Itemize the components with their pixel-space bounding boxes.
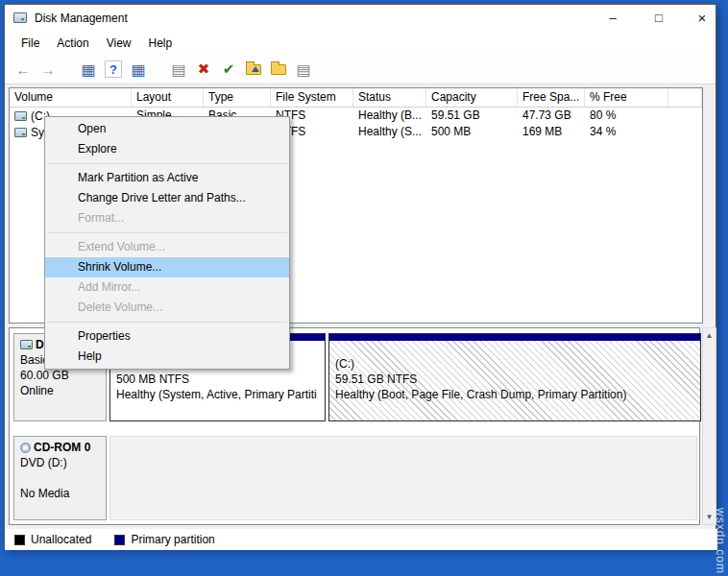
menu-item-add-mirror: Add Mirror... [45,277,289,298]
delete-volume-icon[interactable]: ✖ [193,59,214,80]
menu-item-extend-volume: Extend Volume... [45,237,289,257]
partition-c-drive[interactable]: (C:) 59.51 GB NTFS Healthy (Boot, Page F… [328,333,701,421]
close-button[interactable]: × [689,5,716,32]
cell-percent-free: 34 % [585,124,668,140]
menu-action[interactable]: Action [48,32,97,55]
cell-free-space: 169 MB [518,124,585,140]
menu-item-shrink-volume[interactable]: Shrink Volume... [45,257,289,277]
explore-folder-icon [271,64,286,75]
help-icon: ? [105,60,122,78]
partition-status: Healthy (System, Active, Primary Partiti [116,388,323,401]
column-header-status[interactable]: Status [353,88,426,107]
menu-item-format: Format... [45,208,289,228]
forward-icon[interactable]: → [37,59,59,80]
maximize-button[interactable]: □ [645,5,672,32]
menu-file[interactable]: File [12,32,48,55]
help-button[interactable]: ? [103,59,124,80]
watermark: wsxdn.com [714,508,727,574]
cdrom-label-box[interactable]: CD-ROM 0 DVD (D:) No Media [13,436,107,520]
action-menu-icon[interactable]: ▤ [168,59,189,80]
cdrom-media-area[interactable] [109,436,697,520]
partition-label: (C:) [335,357,698,371]
mark-active-icon[interactable]: ✔ [218,59,239,80]
cell-status: Healthy (S... [353,124,426,140]
toolbar: ← → ▦ ? ▦ ▤ ✖ ✔ ▤ [5,55,716,84]
legend-label: Unallocated [31,533,91,546]
disk-icon [20,340,33,349]
menu-item-change-drive-letter[interactable]: Change Drive Letter and Paths... [45,188,289,208]
partition-status: Healthy (Boot, Page File, Crash Dump, Pr… [335,388,698,401]
menu-separator [47,163,287,164]
cell-free-space: 47.73 GB [518,108,585,124]
scroll-up-icon[interactable]: ▲ [703,328,716,343]
menu-help[interactable]: Help [140,32,182,55]
disk-management-app-icon [13,12,27,23]
menu-bar: File Action View Help [5,32,716,55]
partition-size: 500 MB NTFS [116,372,323,386]
column-header-type[interactable]: Type [204,88,271,107]
legend-bar: Unallocated Primary partition [5,529,717,550]
volume-table-header: Volume Layout Type File System Status Ca… [10,88,702,108]
column-header-free-space[interactable]: Free Spa... [518,88,585,107]
menu-separator [47,232,287,233]
column-header-percent-free[interactable]: % Free [585,88,668,107]
menu-separator [47,322,287,323]
column-header-file-system[interactable]: File System [271,88,353,107]
disk-management-window: Disk Management – □ × File Action View H… [4,4,716,549]
back-icon[interactable]: ← [12,59,34,80]
cd-icon [20,443,31,453]
table-view-icon[interactable]: ▦ [78,59,99,80]
open-folder-icon [246,64,261,75]
legend-label: Primary partition [131,533,214,546]
menu-item-open[interactable]: Open [45,119,289,139]
cell-capacity: 500 MB [426,124,518,140]
unallocated-swatch [14,535,25,545]
explore-folder-button[interactable] [268,59,289,80]
menu-item-help[interactable]: Help [45,347,289,367]
cell-status: Healthy (B... [353,108,426,124]
minimize-button[interactable]: – [599,5,626,32]
vertical-scrollbar[interactable]: ▲ ▼ [702,327,716,525]
menu-view[interactable]: View [98,32,140,55]
disk0-status: Online [20,383,106,398]
disk0-size: 60.00 GB [20,368,106,383]
primary-partition-swatch [114,535,125,545]
cell-percent-free: 80 % [585,108,668,124]
cell-capacity: 59.51 GB [426,108,518,124]
volume-icon [14,111,27,121]
menu-item-mark-partition-active[interactable]: Mark Partition as Active [45,168,289,188]
cdrom-drive: DVD (D:) [20,455,106,470]
column-header-layout[interactable]: Layout [132,88,204,107]
open-folder-button[interactable] [243,59,264,80]
volume-icon [14,128,27,137]
column-header-empty [668,88,702,107]
window-title: Disk Management [35,12,128,25]
cdrom-name: CD-ROM 0 [34,441,90,454]
partition-size: 59.51 GB NTFS [335,372,698,386]
context-menu: Open Explore Mark Partition as Active Ch… [44,116,290,370]
column-header-volume[interactable]: Volume [10,88,132,107]
properties-icon[interactable]: ▤ [293,59,314,80]
menu-item-delete-volume: Delete Volume... [45,298,289,318]
menu-item-explore[interactable]: Explore [45,139,289,159]
column-header-capacity[interactable]: Capacity [426,88,518,107]
details-view-icon[interactable]: ▦ [128,59,149,80]
cdrom-status: No Media [20,486,106,501]
title-bar[interactable]: Disk Management – □ × [5,5,716,32]
primary-partition-band [329,334,700,341]
menu-item-properties[interactable]: Properties [45,326,289,347]
legend-primary-partition: Primary partition [114,533,214,546]
legend-unallocated: Unallocated [14,533,91,546]
